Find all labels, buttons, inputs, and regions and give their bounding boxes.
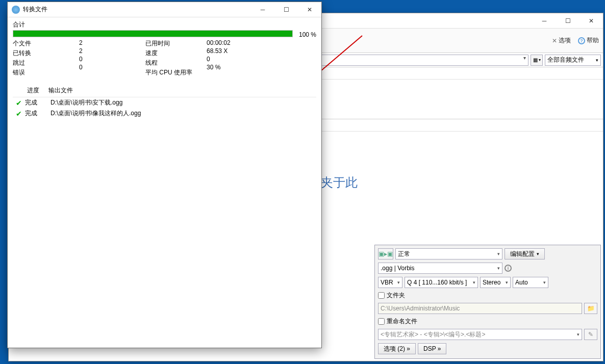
progress-percent: 100 % [296,31,316,38]
file-status: 完成 [25,109,51,118]
elapsed-label: 已用时间 [145,39,207,48]
errors-value: 0 [79,64,145,71]
help-icon: ? [578,37,585,44]
skipped-label: 跳过 [13,59,79,67]
file-row[interactable]: ✔ 完成 D:\桌面\说明书\安下载.ogg [13,97,316,108]
col-progress: 进度 [13,86,48,95]
files-label: 个文件 [13,39,79,48]
wrench-icon: ✕ [552,37,557,44]
file-status: 完成 [25,98,51,107]
info-icon[interactable]: i [505,265,512,272]
bitrate-mode-dropdown[interactable]: VBR▾ [378,277,402,288]
grid-icon: ▦ [533,57,538,63]
edit-config-button[interactable]: 编辑配置▾ [505,248,545,259]
convert-dialog: 转换文件 ─ ☐ ✕ 合计 100 % 个文件 已转换 跳过 错误 2 2 [7,2,322,348]
dialog-maximize-button[interactable]: ☐ [274,2,298,17]
file-path: D:\桌面\说明书\安下载.ogg [51,98,316,107]
rename-pattern-dropdown[interactable]: <专辑艺术家> - <专辑>\<编号>.<标题>▾ [378,329,582,340]
speed-value: 68.53 X [207,47,258,55]
toolbar-right: ✕ 选项 ? 帮助 [552,36,599,45]
total-label: 合计 [13,20,316,29]
threads-value: 0 [207,56,258,63]
options-link[interactable]: ✕ 选项 [552,36,571,45]
dialog-titlebar: 转换文件 ─ ☐ ✕ [8,2,321,17]
rename-edit-button[interactable]: ✎ [584,329,597,340]
dialog-app-icon [12,6,20,14]
folder-path-input[interactable] [378,303,582,314]
options-button[interactable]: 选项 (2) » [378,343,416,354]
quality-dropdown[interactable]: Q 4 [ 110...160 kbit/s ]▾ [405,277,478,288]
help-link[interactable]: ? 帮助 [578,36,599,45]
progress-fill [13,31,292,37]
errors-label: 错误 [13,68,79,77]
dialog-close-button[interactable]: ✕ [298,2,321,17]
main-maximize-button[interactable]: ☐ [556,13,579,29]
dsp-button[interactable]: DSP » [418,343,446,354]
converted-label: 已转换 [13,49,79,58]
threads-label: 线程 [145,59,207,67]
settings-panel: ▣▸▣ 正常▾ 编辑配置▾ .ogg | Vorbis▾ i VBR▾ Q 4 … [374,245,601,359]
folder-icon: 📁 [587,305,595,312]
col-output: 输出文件 [48,86,316,95]
file-path: D:\桌面\说明书\像我这样的人.ogg [51,109,316,118]
dialog-title: 转换文件 [23,5,47,14]
cpu-value: 30 % [207,64,258,71]
dialog-body: 合计 100 % 个文件 已转换 跳过 错误 2 2 0 0 已用时间 速度 [8,17,321,122]
format-dropdown[interactable]: .ogg | Vorbis▾ [378,263,502,274]
cpu-label: 平均 CPU 使用率 [145,68,207,77]
progress-bar [13,30,293,37]
file-row[interactable]: ✔ 完成 D:\桌面\说明书\像我这样的人.ogg [13,108,316,119]
file-list-header: 进度 输出文件 [13,84,316,97]
stats-grid: 个文件 已转换 跳过 错误 2 2 0 0 已用时间 速度 线程 平均 CPU … [13,39,316,77]
main-minimize-button[interactable]: ─ [533,13,556,29]
view-options-button[interactable]: ▦▾ [531,55,543,66]
channels-dropdown[interactable]: Stereo▾ [480,277,511,288]
check-icon: ✔ [13,110,25,118]
elapsed-value: 00:00:02 [207,39,258,46]
browse-folder-button[interactable]: 📁 [584,303,597,314]
main-close-button[interactable]: ✕ [579,13,603,29]
file-filter-dropdown[interactable]: 全部音频文件▾ [545,55,601,66]
samplerate-dropdown[interactable]: Auto▾ [513,277,548,288]
dialog-minimize-button[interactable]: ─ [251,2,274,17]
edit-icon: ✎ [588,331,593,338]
converted-value: 2 [79,47,145,55]
check-icon: ✔ [13,99,25,107]
speed-label: 速度 [145,49,207,58]
skipped-value: 0 [79,56,145,63]
folder-checkbox[interactable]: 文件夹 [378,291,405,300]
preset-icon: ▣▸▣ [379,250,393,257]
preset-dropdown[interactable]: 正常▾ [395,248,502,259]
files-value: 2 [79,39,145,46]
preset-icon-button[interactable]: ▣▸▣ [378,248,393,259]
rename-checkbox[interactable]: 重命名文件 [378,317,417,326]
